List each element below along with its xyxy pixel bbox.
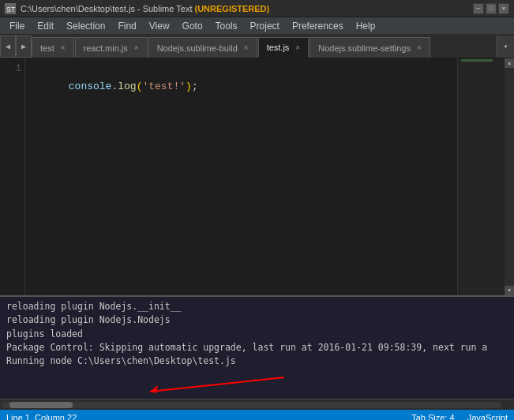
tab-size[interactable]: Tab Size: 4 — [411, 413, 454, 420]
code-line: console.log('test!'); — [32, 63, 451, 110]
tab-close-button[interactable]: × — [133, 43, 141, 53]
tab-next-button[interactable]: ▶ — [16, 36, 32, 58]
tab-test-js[interactable]: test.js× — [258, 37, 310, 58]
output-line: reloading plugin Nodejs.__init__ — [6, 300, 508, 313]
title-text: C:\Users\chen\Desktop\test.js - Sublime … — [21, 4, 473, 13]
editor-content[interactable]: console.log('test!'); — [25, 58, 457, 295]
editor-container: 1 console.log('test!'); ▲ ▼ — [0, 58, 514, 295]
tab-test[interactable]: test× — [32, 37, 74, 58]
menu-item-preferences[interactable]: Preferences — [286, 17, 350, 34]
maximize-button[interactable]: □ — [486, 3, 497, 14]
horizontal-scrollbar[interactable] — [0, 399, 514, 410]
tab-label: Nodejs.sublime-build — [157, 43, 238, 53]
title-bar: ST C:\Users\chen\Desktop\test.js - Subli… — [0, 0, 514, 17]
close-button[interactable]: ✕ — [498, 3, 509, 14]
tab-Nodejs-sublime-build[interactable]: Nodejs.sublime-build× — [148, 37, 257, 58]
line-number: 1 — [3, 63, 21, 74]
menu-item-project[interactable]: Project — [244, 17, 286, 34]
tab-label: test.js — [267, 43, 290, 52]
tab-Nodejs-sublime-settings[interactable]: Nodejs.sublime-settings× — [310, 37, 430, 58]
menu-item-goto[interactable]: Goto — [176, 17, 209, 34]
language[interactable]: JavaScript — [467, 413, 508, 420]
tab-bar: ◀ ▶ test×react.min.js×Nodejs.sublime-bui… — [0, 35, 514, 58]
tab-close-button[interactable]: × — [242, 43, 250, 53]
menu-item-file[interactable]: File — [3, 17, 31, 34]
line-numbers: 1 — [0, 58, 25, 295]
menu-item-selection[interactable]: Selection — [60, 17, 111, 34]
output-line: plugins loaded — [6, 328, 508, 341]
tab-label: test — [40, 43, 54, 53]
tab-close-button[interactable]: × — [294, 43, 302, 53]
tab-close-button[interactable]: × — [59, 43, 67, 53]
tab-close-button[interactable]: × — [415, 43, 423, 53]
output-line: Running node C:\Users\chen\Desktop\test.… — [6, 354, 508, 368]
status-right: Tab Size: 4 JavaScript — [411, 413, 508, 420]
status-bar: Line 1, Column 22 Tab Size: 4 JavaScript — [0, 410, 514, 420]
menu-item-tools[interactable]: Tools — [209, 17, 244, 34]
menu-bar: FileEditSelectionFindViewGotoToolsProjec… — [0, 17, 514, 35]
vertical-scrollbar[interactable]: ▲ ▼ — [505, 58, 514, 295]
menu-item-edit[interactable]: Edit — [31, 17, 60, 34]
tab-overflow-button[interactable]: ▾ — [497, 36, 514, 58]
tab-label: react.min.js — [84, 43, 128, 53]
output-line: Package Control: Skipping automatic upgr… — [6, 341, 508, 354]
minimap — [457, 58, 505, 295]
output-content: reloading plugin Nodejs.__init__reloadin… — [0, 297, 514, 399]
scroll-down-button[interactable]: ▼ — [505, 286, 514, 295]
scroll-track — [2, 402, 501, 408]
menu-item-help[interactable]: Help — [350, 17, 382, 34]
scroll-corner — [501, 399, 512, 411]
app-icon: ST — [5, 3, 16, 14]
scroll-up-button[interactable]: ▲ — [505, 58, 514, 68]
minimize-button[interactable]: ─ — [473, 3, 484, 14]
output-panel: reloading plugin Nodejs.__init__reloadin… — [0, 295, 514, 410]
menu-item-find[interactable]: Find — [111, 17, 142, 34]
svg-text:ST: ST — [6, 6, 16, 13]
tab-label: Nodejs.sublime-settings — [318, 43, 411, 53]
status-position: Line 1, Column 22 — [6, 413, 411, 420]
scroll-thumb[interactable] — [9, 402, 73, 408]
menu-item-view[interactable]: View — [143, 17, 176, 34]
window-controls: ─ □ ✕ — [473, 3, 509, 14]
tab-prev-button[interactable]: ◀ — [0, 36, 16, 58]
output-line: reloading plugin Nodejs.Nodejs — [6, 313, 508, 327]
tab-react-min-js[interactable]: react.min.js× — [75, 37, 148, 58]
